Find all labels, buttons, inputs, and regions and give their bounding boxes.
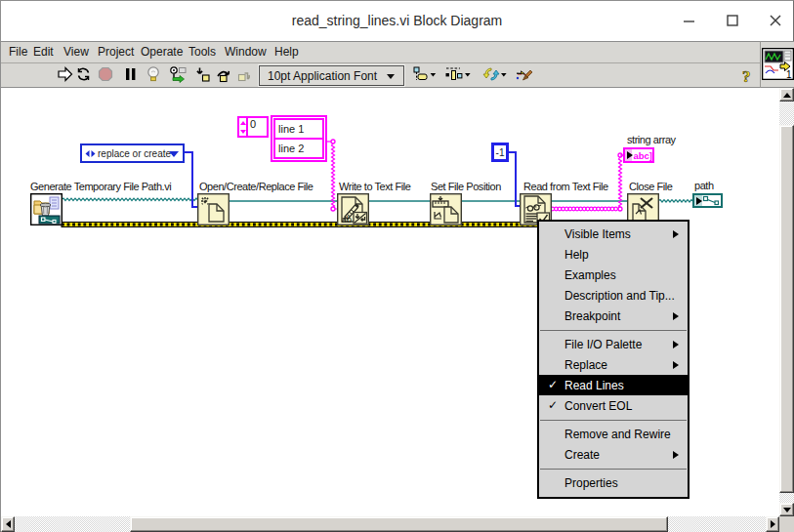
abort-button[interactable] xyxy=(96,66,115,86)
write-to-text-file-label: Write to Text File xyxy=(339,181,410,192)
context-menu-item-properties[interactable]: Properties xyxy=(539,472,688,493)
terminal-direction-cell xyxy=(625,149,632,161)
block-diagram-canvas[interactable]: replace or create 0 line 1line 2 -1 stri… xyxy=(1,88,779,516)
maximize-button[interactable] xyxy=(726,14,739,27)
string-array-indicator-label: string array xyxy=(627,134,676,145)
retain-wire-values-button[interactable] xyxy=(168,66,188,86)
vi-icon: 1 xyxy=(762,48,794,80)
horizontal-scrollbar-thumb[interactable] xyxy=(130,516,668,532)
menu-window[interactable]: Window xyxy=(225,45,267,59)
menu-edit[interactable]: Edit xyxy=(33,45,54,59)
step-into-button[interactable] xyxy=(193,66,213,86)
scroll-left-button[interactable] xyxy=(1,516,15,532)
font-selector-value: 10pt Application Font xyxy=(260,69,377,83)
vi-icon-button[interactable]: 1 xyxy=(762,48,794,80)
menu-operate[interactable]: Operate xyxy=(141,45,183,59)
enum-constant-value: replace or create xyxy=(96,148,171,159)
close-icon xyxy=(769,14,782,27)
string-array-wire[interactable] xyxy=(619,157,622,207)
step-out-icon xyxy=(236,66,252,87)
context-menu-separator xyxy=(539,416,688,424)
open-create-replace-file-node[interactable] xyxy=(197,193,230,229)
context-menu-item-read-lines[interactable]: ✓Read Lines xyxy=(539,375,688,395)
font-selector[interactable]: 10pt Application Font xyxy=(259,65,404,86)
vertical-scrollbar[interactable] xyxy=(779,88,794,516)
menu-view[interactable]: View xyxy=(63,45,89,59)
run-continuously-button[interactable] xyxy=(73,66,93,86)
path-indicator-terminal[interactable] xyxy=(692,193,723,208)
scroll-right-button[interactable] xyxy=(766,516,779,532)
context-menu-item-file-i-o-palette[interactable]: File I/O Palette xyxy=(539,334,688,354)
step-over-button[interactable] xyxy=(213,66,232,86)
set-file-position-node[interactable] xyxy=(430,193,462,229)
numeric-constant-count[interactable]: -1 xyxy=(491,143,509,162)
align-objects-icon xyxy=(411,65,437,87)
open-create-replace-file-label: Open/Create/Replace File xyxy=(199,181,313,192)
string-array-element[interactable]: line 2 xyxy=(275,140,322,157)
pause-button[interactable] xyxy=(121,66,141,86)
close-button[interactable] xyxy=(769,14,782,27)
align-objects-button[interactable] xyxy=(409,66,439,86)
spinner-up-icon xyxy=(240,121,246,125)
string-array-element[interactable]: line 1 xyxy=(275,120,322,138)
highlight-execution-button[interactable] xyxy=(144,66,163,86)
resize-objects-button[interactable] xyxy=(480,66,509,86)
scroll-up-button[interactable] xyxy=(779,88,794,102)
run-continuously-icon xyxy=(74,65,93,87)
context-help-button[interactable]: ? xyxy=(738,64,756,86)
array-index-spinner[interactable] xyxy=(239,118,248,136)
context-menu-item-convert-eol[interactable]: ✓Convert EOL xyxy=(539,395,688,416)
vertical-scrollbar-thumb[interactable] xyxy=(779,125,794,493)
text-array-wire[interactable] xyxy=(331,140,335,143)
text-array-wire[interactable] xyxy=(331,207,335,211)
terminal-direction-cell xyxy=(694,195,702,206)
context-menu-separator xyxy=(539,465,688,472)
scroll-down-button[interactable] xyxy=(779,503,794,516)
write-to-text-file-node[interactable]: ab xyxy=(337,193,369,229)
abort-icon xyxy=(97,65,114,87)
step-into-icon xyxy=(195,66,211,87)
generate-temporary-file-path-node[interactable] xyxy=(30,193,63,229)
context-menu-item-remove-and-rewire[interactable]: Remove and Rewire xyxy=(539,424,688,444)
menu-help[interactable]: Help xyxy=(274,45,299,59)
run-button[interactable] xyxy=(55,66,74,86)
menu-file[interactable]: File xyxy=(9,45,27,59)
checkmark-icon: ✓ xyxy=(539,395,564,416)
minimize-button[interactable] xyxy=(683,14,696,27)
submenu-arrow-icon xyxy=(673,230,679,238)
context-menu-item-create[interactable]: Create xyxy=(539,444,688,465)
path-out-wire[interactable] xyxy=(658,200,692,202)
string-array-wire[interactable] xyxy=(618,207,622,211)
temp-path-wire[interactable] xyxy=(62,198,197,200)
arrow-up-icon xyxy=(783,93,791,98)
string-array-constant[interactable]: line 1line 2 xyxy=(271,115,327,162)
array-index-box[interactable]: 0 xyxy=(237,116,269,138)
step-out-button[interactable] xyxy=(234,66,254,86)
context-menu-item-breakpoint[interactable]: Breakpoint xyxy=(539,306,688,326)
clean-up-diagram-button[interactable] xyxy=(511,66,540,86)
array-index-value: 0 xyxy=(248,118,256,136)
submenu-arrow-icon xyxy=(673,451,679,459)
retain-wire-values-icon xyxy=(169,65,188,87)
context-menu-item-description-and-tip[interactable]: Description and Tip... xyxy=(539,285,688,306)
distribute-objects-button[interactable] xyxy=(442,66,472,86)
context-menu-item-replace[interactable]: Replace xyxy=(539,354,688,375)
horizontal-scrollbar[interactable] xyxy=(1,516,779,532)
string-array-type-glyph: abc] xyxy=(632,150,652,161)
pause-icon xyxy=(124,66,138,86)
spinner-down-icon xyxy=(240,130,246,134)
checkmark-icon: ✓ xyxy=(539,375,564,395)
context-menu-item-label: Visible Items xyxy=(564,227,631,241)
context-menu-item-examples[interactable]: Examples xyxy=(539,265,688,285)
menu-project[interactable]: Project xyxy=(98,45,134,59)
string-array-wire[interactable] xyxy=(614,207,618,211)
context-menu-item-help[interactable]: Help xyxy=(539,244,688,265)
menu-tools[interactable]: Tools xyxy=(188,45,216,59)
terminal-arrow-icon xyxy=(696,197,702,205)
enum-constant-replace-or-create[interactable]: replace or create xyxy=(80,143,185,163)
maximize-icon xyxy=(726,14,739,27)
string-array-indicator-terminal[interactable]: abc] xyxy=(623,147,654,163)
count-wire[interactable] xyxy=(508,152,520,206)
text-array-wire[interactable] xyxy=(332,143,335,207)
context-menu-item-visible-items[interactable]: Visible Items xyxy=(539,224,688,244)
